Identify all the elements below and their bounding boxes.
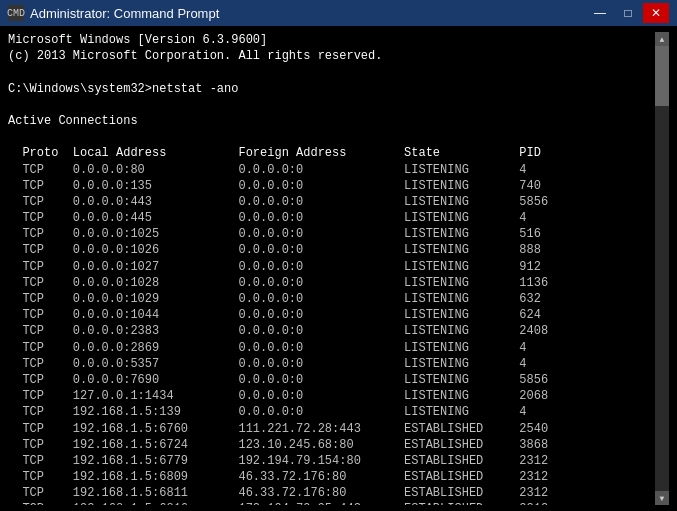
window: CMD Administrator: Command Prompt — □ ✕ …: [0, 0, 677, 511]
title-bar: CMD Administrator: Command Prompt — □ ✕: [0, 0, 677, 26]
terminal-output[interactable]: Microsoft Windows [Version 6.3.9600] (c)…: [8, 32, 655, 505]
terminal-line: TCP 192.168.1.5:6811 46.33.72.176:80 EST…: [8, 486, 548, 500]
terminal-line: TCP 192.168.1.5:139 0.0.0.0:0 LISTENING …: [8, 405, 526, 419]
terminal-line: Microsoft Windows [Version 6.3.9600]: [8, 33, 267, 47]
terminal-line: TCP 0.0.0.0:1044 0.0.0.0:0 LISTENING 624: [8, 308, 541, 322]
terminal-line: TCP 0.0.0.0:1029 0.0.0.0:0 LISTENING 632: [8, 292, 541, 306]
terminal-line: TCP 0.0.0.0:135 0.0.0.0:0 LISTENING 740: [8, 179, 541, 193]
scrollbar-track[interactable]: [655, 46, 669, 491]
terminal-line: TCP 192.168.1.5:6724 123.10.245.68:80 ES…: [8, 438, 548, 452]
title-bar-controls: — □ ✕: [587, 3, 669, 23]
terminal-line: TCP 127.0.0.1:1434 0.0.0.0:0 LISTENING 2…: [8, 389, 548, 403]
terminal-line: Proto Local Address Foreign Address Stat…: [8, 146, 541, 160]
terminal-line: TCP 0.0.0.0:1027 0.0.0.0:0 LISTENING 912: [8, 260, 541, 274]
terminal-line: TCP 192.168.1.5:6760 111.221.72.28:443 E…: [8, 422, 548, 436]
terminal-line: TCP 0.0.0.0:443 0.0.0.0:0 LISTENING 5856: [8, 195, 548, 209]
title-bar-left: CMD Administrator: Command Prompt: [8, 5, 219, 21]
content-area: Microsoft Windows [Version 6.3.9600] (c)…: [0, 26, 677, 511]
scrollbar[interactable]: ▲ ▼: [655, 32, 669, 505]
terminal-line: TCP 0.0.0.0:445 0.0.0.0:0 LISTENING 4: [8, 211, 526, 225]
terminal-line: TCP 0.0.0.0:2869 0.0.0.0:0 LISTENING 4: [8, 341, 526, 355]
terminal-line: TCP 0.0.0.0:1025 0.0.0.0:0 LISTENING 516: [8, 227, 541, 241]
terminal-line: Active Connections: [8, 114, 138, 128]
scroll-down-arrow[interactable]: ▼: [655, 491, 669, 505]
maximize-button[interactable]: □: [615, 3, 641, 23]
terminal-line: TCP 0.0.0.0:5357 0.0.0.0:0 LISTENING 4: [8, 357, 526, 371]
cmd-icon: CMD: [8, 5, 24, 21]
terminal-line: TCP 192.168.1.5:6816 173.194.79.95:443 E…: [8, 502, 548, 505]
terminal-line: TCP 0.0.0.0:80 0.0.0.0:0 LISTENING 4: [8, 163, 526, 177]
terminal-line: TCP 192.168.1.5:6809 46.33.72.176:80 EST…: [8, 470, 548, 484]
scroll-up-arrow[interactable]: ▲: [655, 32, 669, 46]
terminal-line: TCP 0.0.0.0:7690 0.0.0.0:0 LISTENING 585…: [8, 373, 548, 387]
scrollbar-thumb[interactable]: [655, 46, 669, 106]
window-title: Administrator: Command Prompt: [30, 6, 219, 21]
terminal-line: TCP 0.0.0.0:2383 0.0.0.0:0 LISTENING 240…: [8, 324, 548, 338]
close-button[interactable]: ✕: [643, 3, 669, 23]
terminal-line: C:\Windows\system32>netstat -ano: [8, 82, 238, 96]
terminal-line: (c) 2013 Microsoft Corporation. All righ…: [8, 49, 382, 63]
minimize-button[interactable]: —: [587, 3, 613, 23]
terminal-line: TCP 0.0.0.0:1028 0.0.0.0:0 LISTENING 113…: [8, 276, 548, 290]
terminal-line: TCP 192.168.1.5:6779 192.194.79.154:80 E…: [8, 454, 548, 468]
terminal-line: TCP 0.0.0.0:1026 0.0.0.0:0 LISTENING 888: [8, 243, 541, 257]
